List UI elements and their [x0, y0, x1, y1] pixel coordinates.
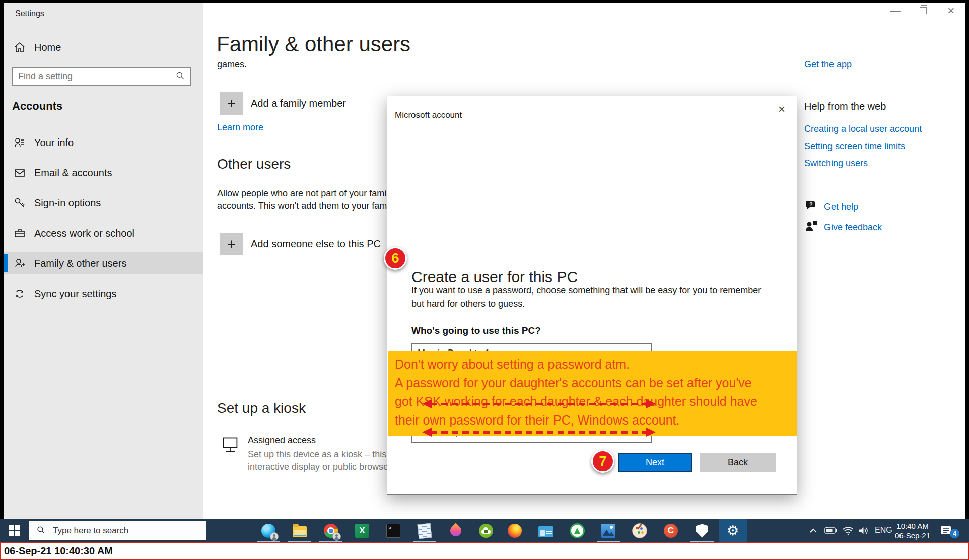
svg-text:?: ? — [809, 201, 813, 207]
home-icon — [14, 41, 26, 53]
give-feedback-row[interactable]: Give feedback — [805, 220, 882, 235]
notification-count-badge[interactable]: 4 — [950, 529, 959, 538]
taskbar-search-box[interactable] — [29, 521, 206, 541]
sidebar-item-family-other-users[interactable]: Family & other users — [4, 252, 203, 274]
sidebar-item-label: Family & other users — [34, 258, 126, 269]
timestamp-text: 06-Sep-21 10:40:30 AM — [4, 545, 113, 557]
back-button-label: Back — [728, 457, 748, 468]
taskbar-firefox-icon[interactable] — [507, 523, 523, 539]
taskbar-paint-icon[interactable] — [632, 523, 648, 539]
annotation-step-7: 7 — [591, 450, 614, 473]
note-line4: their own password for their PC, Windows… — [395, 411, 790, 430]
add-family-member-label[interactable]: Add a family member — [251, 98, 346, 109]
give-feedback-label: Give feedback — [824, 222, 882, 233]
taskbar-edge-icon[interactable] — [260, 523, 276, 539]
sync-icon — [14, 288, 26, 300]
other-users-heading: Other users — [217, 156, 291, 172]
annotation-arrow-reenter — [431, 431, 647, 434]
taskbar-color-drop-icon[interactable] — [448, 523, 464, 539]
sidebar-item-sync-your-settings[interactable]: Sync your settings — [4, 283, 203, 305]
taskbar-chrome-icon[interactable] — [323, 523, 339, 539]
kiosk-desc-line1: Set up this device as a kiosk – this co — [248, 448, 387, 461]
add-someone-else-label[interactable]: Add someone else to this PC — [251, 238, 381, 250]
sidebar-item-home[interactable]: Home — [4, 36, 203, 58]
sidebar-item-label: Sync your settings — [34, 288, 116, 300]
sidebar-item-access-work-school[interactable]: Access work or school — [4, 222, 203, 244]
briefcase-icon — [14, 227, 26, 239]
start-button[interactable] — [0, 519, 28, 542]
sidebar-item-your-info[interactable]: Your info — [4, 131, 203, 154]
profile-badge-icon — [270, 532, 279, 541]
taskbar-notepad-icon[interactable] — [417, 523, 433, 539]
sidebar-section-accounts: Accounts — [12, 100, 62, 113]
close-button[interactable]: × — [937, 0, 965, 21]
taskbar-file-explorer-icon[interactable] — [292, 523, 308, 539]
help-link-screen-time[interactable]: Setting screen time limits — [804, 141, 905, 152]
restore-icon — [920, 7, 927, 14]
minimize-button[interactable]: — — [881, 0, 909, 21]
plus-icon: + — [227, 236, 236, 253]
desktop-screen: Settings Home Accounts Your info Email &… — [0, 0, 969, 560]
dialog-desc-line2: but hard for others to guess. — [411, 297, 761, 311]
taskbar-search-input[interactable] — [52, 525, 195, 536]
person-plus-icon — [14, 257, 26, 269]
plus-icon: + — [227, 95, 236, 112]
sidebar-item-label: Access work or school — [34, 228, 134, 239]
help-link-local-account[interactable]: Creating a local user account — [804, 124, 922, 134]
annotation-arrow-password — [431, 403, 647, 405]
page-title: Family & other users — [217, 32, 410, 56]
taskbar: X >_ C ⚙ ENG 10:40 AM — [0, 519, 969, 542]
sidebar-item-label: Your info — [34, 137, 74, 149]
dialog-title: Microsoft account — [395, 110, 462, 120]
help-from-web-heading: Help from the web — [804, 101, 886, 112]
kiosk-desc-line2: interactive display or public browser — [248, 461, 387, 473]
sidebar-item-label: Home — [34, 42, 61, 53]
other-users-desc-line2: accounts. This won't add them to your fa… — [217, 200, 387, 213]
person-card-icon — [14, 136, 26, 149]
tray-language-label[interactable]: ENG — [875, 526, 892, 535]
search-icon — [36, 525, 46, 537]
get-the-app-link[interactable]: Get the app — [804, 59, 852, 70]
taskbar-ccleaner-icon[interactable]: C — [663, 523, 679, 539]
taskbar-settings-icon-active[interactable]: ⚙ — [719, 519, 747, 542]
note-line3: got KSK working for each daughter & each… — [395, 392, 790, 411]
back-button[interactable]: Back — [700, 453, 776, 472]
sidebar-item-label: Email & accounts — [34, 167, 112, 179]
get-help-label: Get help — [824, 202, 858, 213]
close-icon: × — [778, 102, 785, 116]
dialog-close-button[interactable]: × — [773, 100, 791, 118]
taskbar-defender-icon[interactable] — [694, 523, 710, 539]
dialog-desc-line1: If you want to use a password, choose so… — [411, 284, 761, 297]
who-label: Who's going to use this PC? — [411, 325, 541, 336]
find-a-setting-input[interactable] — [13, 71, 175, 82]
tray-date: 06-Sep-21 — [892, 531, 933, 540]
taskbar-green-fan-app-icon[interactable] — [569, 523, 585, 539]
help-link-switching-users[interactable]: Switching users — [804, 158, 868, 169]
next-button[interactable]: Next — [618, 453, 692, 472]
sidebar-item-email-accounts[interactable]: Email & accounts — [4, 162, 203, 184]
taskbar-photos-icon[interactable] — [600, 523, 616, 539]
find-a-setting-box[interactable] — [12, 67, 191, 86]
help-chat-icon: ? — [805, 199, 818, 215]
dialog-description: If you want to use a password, choose so… — [411, 284, 761, 311]
profile-badge-icon — [332, 532, 341, 541]
taskbar-excel-icon[interactable]: X — [354, 523, 370, 539]
feedback-person-icon — [805, 220, 818, 235]
get-help-row[interactable]: ? Get help — [805, 199, 858, 215]
window-title: Settings — [15, 9, 44, 18]
tray-clock[interactable]: 10:40 AM 06-Sep-21 — [892, 521, 933, 540]
search-icon[interactable] — [175, 71, 185, 83]
restore-button[interactable] — [909, 0, 937, 21]
taskbar-display-card-icon[interactable] — [538, 523, 554, 539]
learn-more-link[interactable]: Learn more — [217, 122, 263, 133]
taskbar-backup-cloud-icon[interactable] — [478, 523, 494, 539]
sidebar-item-sign-in-options[interactable]: Sign-in options — [4, 192, 203, 214]
add-family-member-button[interactable]: + — [220, 92, 243, 115]
add-someone-else-button[interactable]: + — [220, 233, 243, 255]
assigned-access-label[interactable]: Assigned access — [248, 435, 316, 446]
key-icon — [14, 197, 26, 209]
window-controls: — × — [881, 0, 965, 21]
annotation-step-6: 6 — [384, 247, 407, 270]
recording-timestamp-bar: 06-Sep-21 10:40:30 AM — [0, 542, 969, 560]
taskbar-command-prompt-icon[interactable]: >_ — [385, 523, 401, 539]
